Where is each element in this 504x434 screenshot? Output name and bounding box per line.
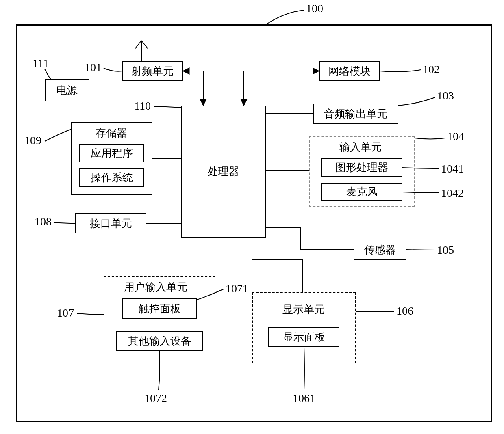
sensor-label: 传感器: [364, 243, 396, 257]
audio-output-label: 音频输出单元: [324, 107, 387, 121]
ref-111: 111: [33, 57, 49, 70]
microphone-label: 麦克风: [346, 185, 378, 199]
app-label: 应用程序: [91, 146, 133, 160]
display-unit-title: 显示单元: [282, 302, 325, 317]
ref-1041: 1041: [441, 162, 464, 175]
ref-110: 110: [134, 99, 151, 112]
os-label: 操作系统: [91, 171, 133, 185]
os-block: 操作系统: [79, 168, 144, 187]
ref-109: 109: [24, 134, 41, 147]
ref-1072: 1072: [144, 392, 167, 405]
rf-unit-block: 射频单元: [122, 61, 183, 81]
ref-103: 103: [437, 89, 454, 102]
ref-100: 100: [306, 2, 323, 15]
network-module-label: 网络模块: [328, 64, 371, 78]
touch-panel-label: 触控面板: [139, 302, 181, 316]
other-input-label: 其他输入设备: [128, 334, 191, 348]
input-unit-title: 输入单元: [339, 140, 382, 154]
gpu-label: 图形处理器: [335, 160, 388, 175]
memory-title: 存储器: [96, 126, 127, 140]
processor-block: 处理器: [181, 106, 266, 238]
power-label: 电源: [56, 83, 78, 97]
ref-1061: 1061: [293, 392, 315, 405]
ref-101: 101: [85, 61, 102, 74]
network-module-block: 网络模块: [319, 61, 380, 81]
ref-105: 105: [437, 244, 454, 257]
app-block: 应用程序: [79, 144, 144, 162]
interface-unit-label: 接口单元: [90, 216, 132, 231]
interface-unit-block: 接口单元: [75, 213, 146, 233]
audio-output-block: 音频输出单元: [313, 104, 398, 124]
rf-unit-label: 射频单元: [131, 64, 174, 78]
ref-102: 102: [423, 63, 440, 76]
ref-107: 107: [57, 307, 74, 320]
ref-106: 106: [396, 304, 413, 317]
gpu-block: 图形处理器: [321, 158, 402, 177]
power-block: 电源: [45, 79, 89, 101]
display-panel-label: 显示面板: [283, 330, 325, 344]
ref-104: 104: [447, 130, 464, 143]
diagram-canvas: 处理器 射频单元 网络模块 音频输出单元 输入单元 图形处理器 麦克风 传感器 …: [0, 0, 504, 434]
other-input-block: 其他输入设备: [116, 331, 203, 351]
user-input-title: 用户输入单元: [124, 280, 187, 294]
display-panel-block: 显示面板: [268, 327, 339, 347]
processor-label: 处理器: [208, 164, 239, 179]
microphone-block: 麦克风: [321, 183, 402, 201]
ref-108: 108: [35, 215, 52, 228]
sensor-block: 传感器: [354, 240, 406, 260]
ref-1071: 1071: [226, 282, 248, 295]
ref-1042: 1042: [441, 187, 464, 200]
touch-panel-block: 触控面板: [122, 298, 197, 319]
